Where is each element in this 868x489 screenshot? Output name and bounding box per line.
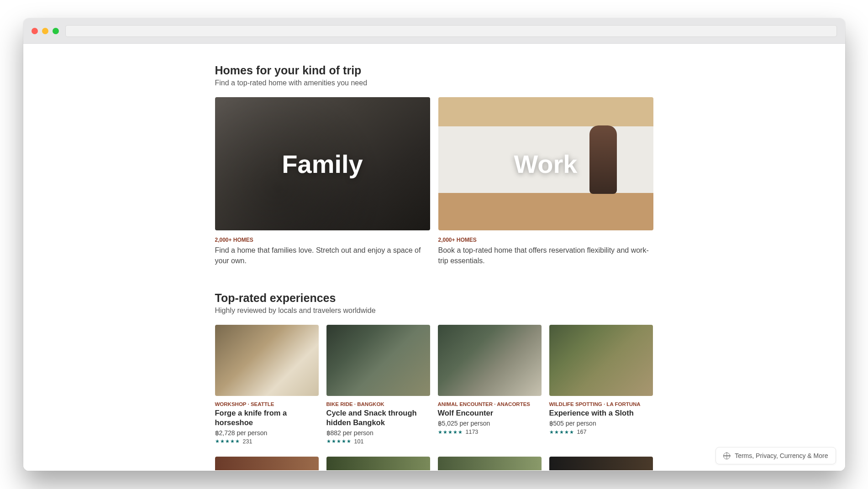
window-controls [32, 28, 59, 34]
homes-section-title: Homes for your kind of trip [215, 64, 653, 77]
homes-section: Homes for your kind of trip Find a top-r… [215, 64, 653, 266]
footer-settings-label: Terms, Privacy, Currency & More [735, 452, 828, 459]
star-icon: ★★★★★ [549, 429, 574, 435]
trip-card-work-desc: Book a top-rated home that offers reserv… [438, 245, 653, 266]
experience-image [549, 325, 653, 396]
experience-card-peek[interactable] [215, 457, 319, 470]
experience-image [215, 325, 319, 396]
experience-rating: ★★★★★ 1173 [438, 429, 542, 435]
trip-card-work-overlay: Work [514, 149, 578, 179]
trip-card-family-image: Family [215, 97, 430, 230]
experience-title: Experience with a Sloth [549, 408, 653, 418]
trip-card-family-desc: Find a home that families love. Stretch … [215, 245, 430, 266]
experience-title: Forge a knife from a horseshoe [215, 408, 319, 427]
experience-card-2[interactable]: ANIMAL ENCOUNTER · ANACORTES Wolf Encoun… [438, 325, 542, 444]
page-viewport: Homes for your kind of trip Find a top-r… [23, 44, 845, 471]
trip-card-family[interactable]: Family 2,000+ HOMES Find a home that fam… [215, 97, 430, 266]
experience-category: WORKSHOP · SEATTLE [215, 401, 319, 407]
experience-category: WILDLIFE SPOTTING · LA FORTUNA [549, 401, 653, 407]
experience-card-peek[interactable] [549, 457, 653, 470]
trip-card-family-overlay: Family [282, 149, 363, 179]
maximize-window-button[interactable] [53, 28, 59, 34]
experience-price: ฿505 per person [549, 420, 653, 427]
browser-chrome [23, 18, 845, 44]
experience-price: ฿882 per person [326, 429, 430, 437]
experience-image [438, 325, 542, 396]
close-window-button[interactable] [32, 28, 38, 34]
experiences-section-title: Top-rated experiences [215, 291, 653, 305]
experience-rating: ★★★★★ 167 [549, 429, 653, 435]
experience-title: Wolf Encounter [438, 408, 542, 418]
homes-section-subtitle: Find a top-rated home with amenities you… [215, 79, 653, 87]
experience-rating: ★★★★★ 231 [215, 438, 319, 445]
experience-card-peek[interactable] [438, 457, 542, 470]
star-icon: ★★★★★ [326, 438, 352, 444]
experience-review-count: 101 [354, 438, 364, 445]
experience-card-0[interactable]: WORKSHOP · SEATTLE Forge a knife from a … [215, 325, 319, 444]
browser-window: Homes for your kind of trip Find a top-r… [23, 18, 845, 471]
globe-icon [723, 453, 730, 459]
experience-review-count: 231 [243, 438, 253, 445]
experience-review-count: 1173 [466, 429, 479, 435]
footer-settings-button[interactable]: Terms, Privacy, Currency & More [715, 447, 836, 464]
experiences-next-row [215, 457, 653, 470]
trip-card-family-tag: 2,000+ HOMES [215, 237, 430, 243]
url-bar[interactable] [65, 25, 837, 37]
experience-image [326, 325, 430, 396]
star-icon: ★★★★★ [215, 438, 240, 444]
star-icon: ★★★★★ [438, 429, 463, 435]
experience-category: ANIMAL ENCOUNTER · ANACORTES [438, 401, 542, 407]
experience-review-count: 167 [577, 429, 587, 435]
experience-price: ฿5,025 per person [438, 420, 542, 427]
experience-card-3[interactable]: WILDLIFE SPOTTING · LA FORTUNA Experienc… [549, 325, 653, 444]
experience-card-1[interactable]: BIKE RIDE · BANGKOK Cycle and Snack thro… [326, 325, 430, 444]
experience-price: ฿2,728 per person [215, 429, 319, 437]
experiences-section-subtitle: Highly reviewed by locals and travelers … [215, 307, 653, 315]
experience-category: BIKE RIDE · BANGKOK [326, 401, 430, 407]
trip-card-work-tag: 2,000+ HOMES [438, 237, 653, 243]
experience-title: Cycle and Snack through hidden Bangkok [326, 408, 430, 427]
trip-card-work-image: Work [438, 97, 653, 230]
experience-card-peek[interactable] [326, 457, 430, 470]
experiences-section: Top-rated experiences Highly reviewed by… [215, 291, 653, 470]
trip-card-work[interactable]: Work 2,000+ HOMES Book a top-rated home … [438, 97, 653, 266]
experience-rating: ★★★★★ 101 [326, 438, 430, 445]
minimize-window-button[interactable] [42, 28, 48, 34]
